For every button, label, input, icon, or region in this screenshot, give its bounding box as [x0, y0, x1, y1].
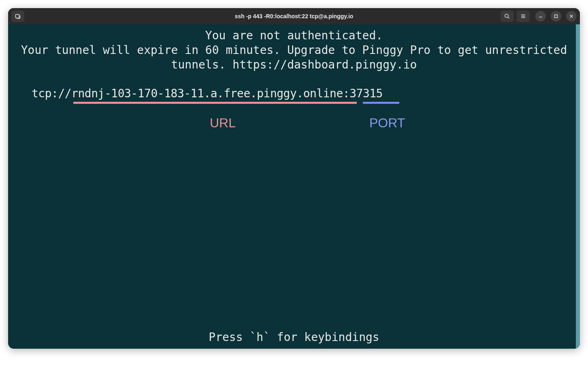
tunnel-port: 37315	[349, 87, 383, 100]
port-label: PORT	[369, 115, 405, 131]
minimize-button[interactable]	[535, 11, 546, 21]
titlebar: ssh -p 443 -R0:localhost:22 tcp@a.pinggy…	[8, 8, 580, 24]
new-tab-button[interactable]	[11, 11, 24, 22]
scrollbar[interactable]	[576, 24, 580, 349]
underline-annotations	[32, 102, 580, 106]
svg-line-2	[508, 17, 509, 18]
maximize-button[interactable]	[551, 11, 561, 21]
url-underline	[73, 102, 357, 104]
new-tab-icon	[15, 13, 21, 19]
svg-rect-7	[555, 15, 558, 18]
url-label: URL	[210, 115, 236, 131]
keybindings-hint: Press `h` for keybindings	[8, 330, 580, 345]
search-icon	[504, 13, 510, 19]
terminal-window: ssh -p 443 -R0:localhost:22 tcp@a.pinggy…	[8, 8, 580, 349]
close-icon	[569, 14, 573, 18]
terminal-content[interactable]: You are not authenticated. Your tunnel w…	[8, 24, 580, 349]
maximize-icon	[554, 14, 558, 18]
tunnel-info: tcp://rndnj-103-170-183-11.a.free.pinggy…	[8, 86, 580, 135]
tunnel-address-line: tcp://rndnj-103-170-183-11.a.free.pinggy…	[32, 86, 580, 101]
auth-message: You are not authenticated.	[8, 28, 580, 43]
port-separator: :	[343, 87, 349, 100]
hamburger-menu-button[interactable]	[517, 11, 530, 22]
annotation-labels: URL PORT	[32, 115, 580, 135]
port-underline	[363, 102, 399, 104]
titlebar-right-controls	[501, 11, 577, 22]
minimize-icon	[539, 14, 543, 18]
svg-rect-0	[16, 15, 19, 18]
titlebar-left-controls	[11, 11, 24, 22]
svg-point-1	[505, 14, 508, 17]
close-button[interactable]	[566, 11, 577, 21]
hamburger-icon	[520, 13, 526, 19]
search-button[interactable]	[501, 11, 513, 22]
window-controls	[535, 11, 577, 21]
protocol-prefix: tcp://	[32, 87, 71, 100]
tunnel-host: rndnj-103-170-183-11.a.free.pinggy.onlin…	[71, 87, 343, 100]
expire-message: Your tunnel will expire in 60 minutes. U…	[8, 43, 580, 72]
window-title: ssh -p 443 -R0:localhost:22 tcp@a.pinggy…	[235, 13, 354, 19]
